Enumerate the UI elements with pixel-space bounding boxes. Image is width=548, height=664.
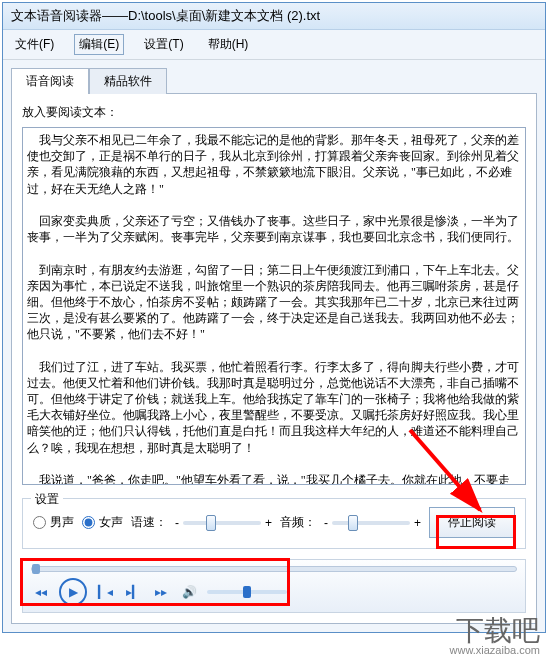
volume-slider[interactable] [207,590,287,594]
tab-panel: 放入要阅读文本： 设置 男声 女声 语速： - [11,93,537,624]
window-title: 文本语音阅读器——D:\tools\桌面\新建文本文档 (2).txt [3,3,545,30]
pitch-slider[interactable] [332,521,410,525]
menubar: 文件(F) 编辑(E) 设置(T) 帮助(H) [3,30,545,60]
tab-voice-read[interactable]: 语音阅读 [11,68,89,94]
volume-icon[interactable]: 🔊 [179,582,199,602]
speed-slider[interactable] [183,521,261,525]
pitch-label: 音频： [280,514,316,531]
menu-settings[interactable]: 设置(T) [140,34,187,55]
play-button[interactable]: ▶ [59,578,87,606]
radio-female[interactable] [82,516,95,529]
volume-thumb[interactable] [243,586,251,598]
settings-group: 设置 男声 女声 语速： - [22,498,526,549]
prev-icon[interactable]: ▎◂ [95,582,115,602]
audio-player: ◂◂ ▶ ▎◂ ▸▎ ▸▸ 🔊 [22,559,526,613]
pitch-slider-wrap: - + [324,516,421,530]
radio-female-label: 女声 [99,514,123,531]
forward-icon[interactable]: ▸▸ [151,582,171,602]
speed-minus: - [175,516,179,530]
tab-header: 语音阅读 精品软件 [11,68,537,94]
speed-slider-wrap: - + [175,516,272,530]
menu-file[interactable]: 文件(F) [11,34,58,55]
pitch-plus: + [414,516,421,530]
reading-text-input[interactable] [22,127,526,485]
menu-help[interactable]: 帮助(H) [204,34,253,55]
speed-plus: + [265,516,272,530]
speed-label: 语速： [131,514,167,531]
tab-premium[interactable]: 精品软件 [89,68,167,94]
menu-edit[interactable]: 编辑(E) [74,34,124,55]
speed-thumb[interactable] [206,515,216,531]
radio-male[interactable] [33,516,46,529]
radio-male-label: 男声 [50,514,74,531]
pitch-minus: - [324,516,328,530]
watermark: 下载吧 www.xiazaiba.com [450,617,540,656]
watermark-url: www.xiazaiba.com [450,645,540,656]
stop-reading-button[interactable]: 停止阅读 [429,507,515,538]
player-progress[interactable] [31,566,517,572]
watermark-text: 下载吧 [456,617,540,645]
radio-female-wrap[interactable]: 女声 [82,514,123,531]
pitch-thumb[interactable] [348,515,358,531]
radio-male-wrap[interactable]: 男声 [33,514,74,531]
next-icon[interactable]: ▸▎ [123,582,143,602]
progress-thumb[interactable] [32,564,40,574]
settings-legend: 设置 [31,491,63,508]
input-prompt-label: 放入要阅读文本： [22,104,526,121]
rewind-icon[interactable]: ◂◂ [31,582,51,602]
